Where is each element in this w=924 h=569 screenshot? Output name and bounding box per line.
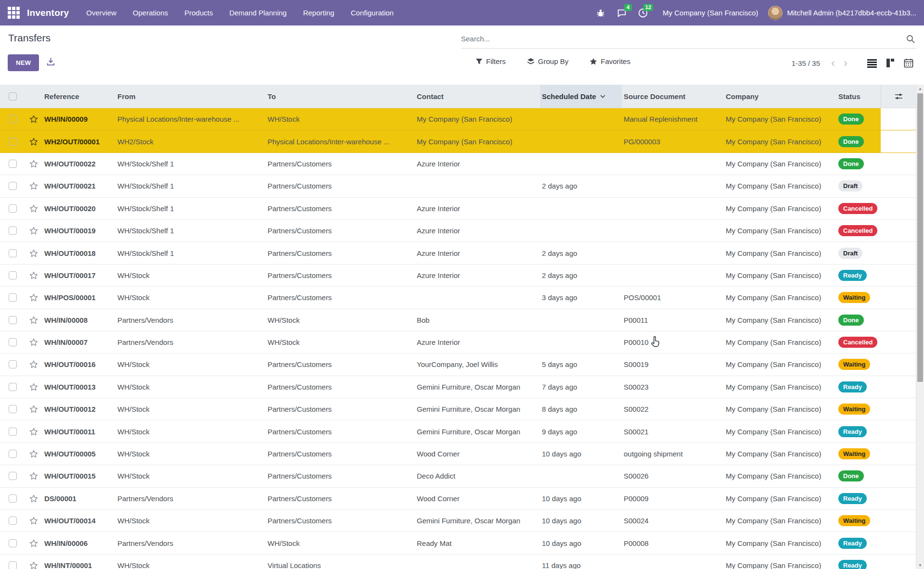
row-checkbox[interactable] xyxy=(0,443,23,465)
search-icon[interactable] xyxy=(906,34,915,44)
favorite-star-toggle[interactable] xyxy=(23,108,42,130)
search-input[interactable] xyxy=(461,35,906,43)
favorite-star-toggle[interactable] xyxy=(23,488,42,509)
favorite-star-toggle[interactable] xyxy=(23,465,42,487)
company-switcher[interactable]: My Company (San Francisco) xyxy=(663,9,758,17)
table-row[interactable]: WH/OUT/00013 WH/Stock Partners/Customers… xyxy=(0,376,916,398)
favorite-star-toggle[interactable] xyxy=(23,331,42,353)
table-row[interactable]: DS/00001 Partners/Vendors Partners/Custo… xyxy=(0,488,916,510)
row-checkbox[interactable] xyxy=(0,220,23,241)
menu-overview[interactable]: Overview xyxy=(86,9,116,17)
row-checkbox[interactable] xyxy=(0,175,23,197)
favorite-star-toggle[interactable] xyxy=(23,130,42,152)
row-checkbox[interactable] xyxy=(0,465,23,487)
messages-icon[interactable]: 4 xyxy=(614,5,630,21)
favorite-star-toggle[interactable] xyxy=(23,555,42,569)
menu-reporting[interactable]: Reporting xyxy=(303,9,334,17)
table-row[interactable]: WH2/OUT/00001 WH2/Stock Physical Locatio… xyxy=(0,130,916,152)
row-checkbox[interactable] xyxy=(0,198,23,219)
row-checkbox[interactable] xyxy=(0,376,23,398)
favorite-star-toggle[interactable] xyxy=(23,175,42,197)
scrollbar-thumb[interactable] xyxy=(917,93,923,382)
favorite-star-toggle[interactable] xyxy=(23,309,42,331)
table-row[interactable]: WH/IN/00008 Partners/Vendors WH/Stock Bo… xyxy=(0,309,916,331)
header-status[interactable]: Status xyxy=(836,85,881,108)
favorite-star-toggle[interactable] xyxy=(23,153,42,175)
row-checkbox[interactable] xyxy=(0,420,23,442)
favorite-star-toggle[interactable] xyxy=(23,376,42,398)
favorites-button[interactable]: Favorites xyxy=(590,57,630,65)
header-from[interactable]: From xyxy=(116,85,266,108)
table-row[interactable]: WH/IN/00007 Partners/Vendors WH/Stock Az… xyxy=(0,331,916,354)
row-checkbox[interactable] xyxy=(0,130,23,152)
app-name[interactable]: Inventory xyxy=(27,8,69,18)
table-row[interactable]: WH/INT/00001 WH/Stock Virtual Locations … xyxy=(0,555,916,569)
row-checkbox[interactable] xyxy=(0,331,23,353)
row-checkbox[interactable] xyxy=(0,265,23,286)
row-checkbox[interactable] xyxy=(0,153,23,175)
row-checkbox[interactable] xyxy=(0,108,23,130)
menu-products[interactable]: Products xyxy=(184,9,213,17)
favorite-star-toggle[interactable] xyxy=(23,532,42,554)
pager-next-button[interactable]: › xyxy=(839,56,852,70)
user-avatar[interactable] xyxy=(768,6,783,20)
table-row[interactable]: WH/OUT/00020 WH/Stock/Shelf 1 Partners/C… xyxy=(0,198,916,220)
table-row[interactable]: WH/OUT/00018 WH/Stock/Shelf 1 Partners/C… xyxy=(0,242,916,264)
kanban-view-button[interactable] xyxy=(883,55,898,71)
user-menu[interactable]: Mitchell Admin (b4217dbb4-eccb-41b3... xyxy=(787,9,917,17)
table-row[interactable]: WH/OUT/00017 WH/Stock Partners/Customers… xyxy=(0,265,916,287)
header-company[interactable]: Company xyxy=(724,85,836,108)
optional-columns-button[interactable] xyxy=(881,85,916,108)
favorite-star-toggle[interactable] xyxy=(23,354,42,375)
menu-demand-planning[interactable]: Demand Planning xyxy=(229,9,286,17)
menu-configuration[interactable]: Configuration xyxy=(351,9,394,17)
debug-bug-icon[interactable] xyxy=(592,5,609,21)
header-source-document[interactable]: Source Document xyxy=(622,85,724,108)
table-row[interactable]: WH/OUT/00005 WH/Stock Partners/Customers… xyxy=(0,443,916,465)
row-checkbox[interactable] xyxy=(0,242,23,264)
table-row[interactable]: WH/OUT/00015 WH/Stock Partners/Customers… xyxy=(0,465,916,487)
favorite-star-toggle[interactable] xyxy=(23,443,42,465)
list-view-button[interactable] xyxy=(864,55,880,71)
pager-previous-button[interactable]: ‹ xyxy=(827,56,839,70)
table-row[interactable]: WH/OUT/00014 WH/Stock Partners/Customers… xyxy=(0,510,916,532)
table-row[interactable]: WH/OUT/00019 WH/Stock/Shelf 1 Partners/C… xyxy=(0,220,916,242)
menu-operations[interactable]: Operations xyxy=(133,9,168,17)
favorite-star-toggle[interactable] xyxy=(23,510,42,531)
favorite-star-toggle[interactable] xyxy=(23,398,42,420)
table-row[interactable]: WH/POS/00001 WH/Stock Partners/Customers… xyxy=(0,287,916,309)
vertical-scrollbar[interactable]: ▲ ▼ xyxy=(916,85,924,569)
row-checkbox[interactable] xyxy=(0,354,23,375)
calendar-view-button[interactable] xyxy=(901,55,916,71)
group-by-button[interactable]: Group By xyxy=(527,57,568,65)
table-row[interactable]: WH/OUT/00012 WH/Stock Partners/Customers… xyxy=(0,398,916,420)
favorite-star-toggle[interactable] xyxy=(23,287,42,308)
header-contact[interactable]: Contact xyxy=(415,85,540,108)
favorite-star-toggle[interactable] xyxy=(23,420,42,442)
scroll-up-arrow[interactable]: ▲ xyxy=(916,85,924,92)
favorite-star-toggle[interactable] xyxy=(23,198,42,219)
row-checkbox[interactable] xyxy=(0,510,23,531)
row-checkbox[interactable] xyxy=(0,532,23,554)
row-checkbox[interactable] xyxy=(0,309,23,331)
table-row[interactable]: WH/IN/00006 Partners/Vendors WH/Stock Re… xyxy=(0,532,916,554)
header-scheduled-date[interactable]: Scheduled Date xyxy=(540,85,622,108)
favorite-star-toggle[interactable] xyxy=(23,242,42,264)
header-reference[interactable]: Reference xyxy=(42,85,116,108)
header-to[interactable]: To xyxy=(266,85,415,108)
table-row[interactable]: WH/OUT/00011 WH/Stock Partners/Customers… xyxy=(0,420,916,443)
apps-grid-icon[interactable] xyxy=(8,7,20,19)
activities-clock-icon[interactable]: 12 xyxy=(635,5,651,21)
scroll-down-arrow[interactable]: ▼ xyxy=(916,561,924,569)
filters-button[interactable]: Filters xyxy=(475,57,506,65)
row-checkbox[interactable] xyxy=(0,287,23,308)
select-all-checkbox[interactable] xyxy=(0,85,23,108)
table-row[interactable]: WH/OUT/00021 WH/Stock/Shelf 1 Partners/C… xyxy=(0,175,916,197)
export-download-icon[interactable] xyxy=(46,57,55,66)
new-button[interactable]: NEW xyxy=(8,54,39,71)
table-row[interactable]: WH/IN/00009 Physical Locations/Inter-war… xyxy=(0,108,916,130)
table-row[interactable]: WH/OUT/00022 WH/Stock/Shelf 1 Partners/C… xyxy=(0,153,916,175)
row-checkbox[interactable] xyxy=(0,398,23,420)
favorite-star-toggle[interactable] xyxy=(23,220,42,241)
table-row[interactable]: WH/OUT/00016 WH/Stock Partners/Customers… xyxy=(0,354,916,376)
